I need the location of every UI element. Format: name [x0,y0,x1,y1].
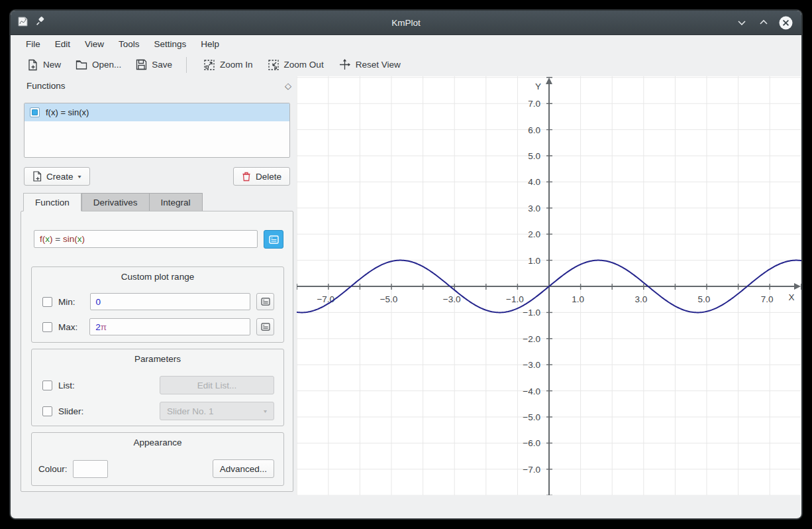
minimize-button[interactable] [734,15,750,30]
menu-help[interactable]: Help [193,36,227,52]
dock-float-icon[interactable]: ◇ [285,81,291,91]
svg-text:3.0: 3.0 [528,204,540,213]
plot-svg: −7.0−5.0−3.0−1.01.03.05.07.07.06.05.04.0… [297,76,801,495]
svg-text:7.0: 7.0 [761,294,774,304]
svg-text:−5.0: −5.0 [523,412,540,422]
menu-file[interactable]: File [19,36,48,52]
menu-settings[interactable]: Settings [147,36,194,52]
menu-tools[interactable]: Tools [111,36,147,52]
function-list-item[interactable]: f(x) = sin(x) [25,103,289,121]
toolbar: New Open... Save Zoom In Zoom Out Reset … [11,53,801,76]
colour-swatch-button[interactable] [73,460,108,478]
parameter-list-label: List: [58,381,75,390]
new-button[interactable]: New [21,56,67,74]
function-item-label: f(x) = sin(x) [46,107,89,117]
create-document-icon [32,171,42,182]
svg-text:1.0: 1.0 [572,294,584,304]
tab-integral[interactable]: Integral [149,193,203,211]
function-tab-panel: f(x) = sin(x) Custom plot range Min: 0 [21,211,293,492]
pin-icon[interactable] [35,17,45,29]
parameters-title: Parameters [32,349,283,364]
colour-label: Colour: [38,464,68,474]
functions-dock: Functions ◇ f(x) = sin(x) Create ▾ Delet… [16,76,297,507]
svg-text:−5.0: −5.0 [380,294,398,304]
window-title: KmPlot [11,18,801,28]
menu-edit[interactable]: Edit [48,36,77,52]
delete-button[interactable]: Delete [233,167,290,186]
open-button[interactable]: Open... [70,56,127,74]
dock-title: Functions [26,81,66,91]
edit-list-button[interactable]: Edit List... [160,376,274,394]
svg-text:−3.0: −3.0 [523,360,540,370]
close-button[interactable] [778,15,793,30]
max-list-icon [261,323,270,331]
custom-plot-range-group: Custom plot range Min: 0 Max: 2π [31,266,284,343]
create-button[interactable]: Create ▾ [24,167,90,186]
min-list-icon [261,298,270,306]
svg-text:6.0: 6.0 [528,125,540,135]
function-visible-checkbox[interactable] [30,107,40,117]
svg-text:X: X [788,292,794,302]
svg-text:−2.0: −2.0 [523,334,540,344]
svg-text:4.0: 4.0 [528,177,540,187]
function-list[interactable]: f(x) = sin(x) [24,103,290,158]
svg-text:−1.0: −1.0 [506,294,524,304]
svg-text:−6.0: −6.0 [523,438,540,448]
appearance-title: Appearance [32,433,283,447]
max-label: Max: [58,322,77,332]
maximize-button[interactable] [756,15,772,30]
svg-text:−3.0: −3.0 [443,294,461,304]
svg-text:Y: Y [535,82,541,91]
reset-view-button[interactable]: Reset View [332,55,407,74]
zoom-out-icon [268,59,279,71]
equation-editor-button[interactable] [264,230,283,249]
svg-text:−7.0: −7.0 [317,294,334,304]
save-floppy-icon [136,59,147,70]
min-checkbox[interactable] [42,297,52,307]
titlebar[interactable]: KmPlot [11,11,801,35]
svg-text:3.0: 3.0 [634,294,647,304]
svg-text:2.0: 2.0 [528,229,540,239]
parameter-list-checkbox[interactable] [42,381,52,390]
dock-header: Functions ◇ [16,76,297,95]
zoom-out-button[interactable]: Zoom Out [262,56,330,74]
min-label: Min: [58,297,76,307]
new-document-icon [27,59,38,71]
parameter-slider-label: Slider: [58,406,83,416]
save-button[interactable]: Save [130,56,178,74]
editor-tabs: Function Derivatives Integral [23,193,203,211]
svg-text:−1.0: −1.0 [523,308,540,318]
trash-icon [242,172,251,182]
menubar: File Edit View Tools Settings Help [11,35,801,53]
svg-text:−7.0: −7.0 [523,465,540,475]
appearance-group: Appearance Colour: Advanced... [31,432,284,486]
min-editor-button[interactable] [256,293,274,310]
svg-text:−4.0: −4.0 [523,386,540,396]
plot-view[interactable]: −7.0−5.0−3.0−1.01.03.05.07.07.06.05.04.0… [297,76,801,495]
chevron-down-icon: ▾ [78,174,81,180]
zoom-in-button[interactable]: Zoom In [197,56,259,74]
min-input[interactable]: 0 [90,293,251,310]
open-folder-icon [76,60,87,70]
svg-text:5.0: 5.0 [698,294,711,304]
equation-input[interactable]: f(x) = sin(x) [34,230,258,248]
svg-text:7.0: 7.0 [528,99,540,109]
max-editor-button[interactable] [256,318,274,335]
kmplot-window: KmPlot File Edit View Tools Settings Hel… [9,9,803,520]
custom-plot-range-title: Custom plot range [32,267,283,282]
max-input[interactable]: 2π [89,318,250,335]
parameter-slider-checkbox[interactable] [42,406,52,416]
max-checkbox[interactable] [42,322,52,332]
menu-view[interactable]: View [77,36,111,52]
tab-derivatives[interactable]: Derivatives [81,193,149,211]
equation-list-icon [269,235,279,244]
combo-chevron-icon: ▾ [264,408,267,414]
advanced-button[interactable]: Advanced... [213,459,274,478]
slider-select[interactable]: Slider No. 1 ▾ [160,402,274,420]
reset-view-icon [338,58,351,71]
tab-function[interactable]: Function [23,193,81,211]
zoom-in-icon [203,59,215,71]
app-icon [17,16,28,29]
parameters-group: Parameters List: Edit List... Slider: Sl… [31,349,284,426]
svg-text:5.0: 5.0 [528,151,540,161]
